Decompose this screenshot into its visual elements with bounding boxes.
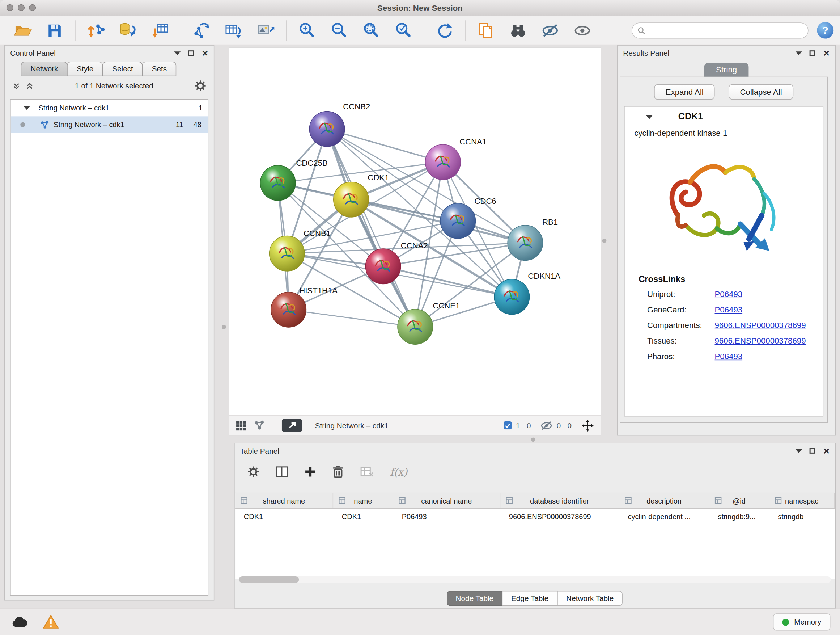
network-edge[interactable]: [327, 129, 443, 162]
open-session-button[interactable]: [11, 19, 34, 42]
cell-database-identifier[interactable]: 9606.ENSP00000378699: [500, 509, 619, 524]
network-node-ccnb1[interactable]: [270, 236, 305, 271]
column-header-shared-name[interactable]: shared name: [235, 493, 333, 508]
zoom-window-button[interactable]: [29, 4, 36, 11]
network-glyph-icon[interactable]: [254, 420, 265, 431]
first-neighbors-button[interactable]: [507, 19, 529, 42]
memory-button[interactable]: Memory: [774, 613, 831, 630]
network-edge[interactable]: [327, 129, 415, 326]
network-edge[interactable]: [383, 266, 512, 297]
cell-canonical-name[interactable]: P06493: [393, 509, 500, 524]
float-panel-icon[interactable]: [810, 448, 815, 454]
column-header-namespace[interactable]: namespac: [769, 493, 835, 508]
horizontal-scrollbar[interactable]: [239, 576, 831, 583]
left-splitter-handle[interactable]: [222, 325, 226, 329]
close-panel-icon[interactable]: ✕: [823, 447, 830, 455]
tab-string[interactable]: String: [704, 63, 749, 77]
column-header-canonical-name[interactable]: canonical name: [393, 493, 500, 508]
panel-menu-icon[interactable]: [796, 51, 802, 55]
zoom-in-button[interactable]: [295, 19, 318, 42]
export-image-button[interactable]: [254, 19, 277, 42]
network-graph[interactable]: CCNB2CCNA1CDC25BCDK1CDC6RB1CCNB1CCNA2CDK…: [229, 48, 600, 415]
close-panel-icon[interactable]: ✕: [823, 49, 830, 57]
new-network-table-button[interactable]: [223, 19, 245, 42]
pan-move-icon[interactable]: [581, 419, 594, 432]
network-edge[interactable]: [289, 310, 415, 326]
detach-view-button[interactable]: [282, 419, 302, 432]
network-row[interactable]: String Network – cdk1 11 48: [11, 116, 208, 133]
crosslink-link[interactable]: 9606.ENSP00000378699: [715, 336, 806, 345]
network-node-cdc6[interactable]: [440, 203, 475, 238]
warnings-button[interactable]: [41, 613, 61, 631]
bottom-splitter-handle[interactable]: [531, 437, 535, 442]
column-header-description[interactable]: description: [619, 493, 709, 508]
tree-expand-icon[interactable]: [24, 106, 30, 110]
network-node-hist1h1a[interactable]: [271, 292, 306, 327]
cell-namespace[interactable]: stringdb: [769, 509, 835, 524]
right-splitter-handle[interactable]: [602, 239, 607, 243]
tab-network-table[interactable]: Network Table: [557, 591, 622, 606]
gear-icon[interactable]: [195, 80, 207, 92]
documents-button[interactable]: [475, 19, 497, 42]
zoom-selected-button[interactable]: [392, 19, 415, 42]
delete-column-icon[interactable]: [332, 465, 344, 478]
collapse-all-button[interactable]: Collapse All: [729, 84, 793, 100]
new-network-button[interactable]: [190, 19, 213, 42]
import-network-database-button[interactable]: [117, 19, 139, 42]
zoom-fit-button[interactable]: [360, 19, 382, 42]
column-header-database-identifier[interactable]: database identifier: [500, 493, 619, 508]
tab-node-table[interactable]: Node Table: [447, 591, 502, 606]
cloud-status-button[interactable]: [10, 613, 30, 631]
expand-all-button[interactable]: Expand All: [654, 84, 715, 100]
tab-style[interactable]: Style: [67, 62, 103, 76]
close-window-button[interactable]: [6, 4, 13, 11]
collapse-all-icon[interactable]: [12, 82, 20, 90]
show-all-button[interactable]: [571, 19, 594, 42]
scrollbar-thumb[interactable]: [239, 576, 299, 583]
tab-select[interactable]: Select: [103, 62, 143, 76]
gene-card-header[interactable]: CDK1: [625, 107, 823, 127]
cell-description[interactable]: cyclin-dependent ...: [619, 509, 709, 524]
hidden-eye-icon[interactable]: [540, 421, 553, 431]
birds-eye-view-icon[interactable]: [236, 420, 247, 431]
collapse-section-icon[interactable]: [646, 115, 653, 119]
float-panel-icon[interactable]: [810, 50, 815, 56]
column-header-name[interactable]: name: [333, 493, 393, 508]
panel-menu-icon[interactable]: [796, 449, 802, 453]
add-column-icon[interactable]: [304, 466, 316, 478]
help-button[interactable]: ?: [817, 22, 834, 39]
selected-checkbox-icon[interactable]: [504, 421, 512, 429]
import-network-file-button[interactable]: [85, 19, 107, 42]
crosslink-link[interactable]: P06493: [715, 305, 743, 314]
gear-icon[interactable]: [248, 466, 259, 478]
minimize-window-button[interactable]: [18, 4, 25, 11]
network-node-cdk1[interactable]: [333, 182, 369, 217]
cell-id[interactable]: stringdb:9...: [709, 509, 769, 524]
network-collection-row[interactable]: String Network – cdk1 1: [11, 100, 208, 116]
crosslink-link[interactable]: 9606.ENSP00000378699: [715, 321, 806, 330]
import-table-button[interactable]: [149, 19, 172, 42]
network-node-cdkn1a[interactable]: [494, 279, 529, 314]
search-input[interactable]: [632, 22, 808, 38]
network-node-ccna2[interactable]: [365, 249, 401, 284]
tab-network[interactable]: Network: [21, 62, 68, 76]
table-row[interactable]: CDK1 CDK1 P06493 9606.ENSP00000378699 cy…: [235, 509, 835, 524]
network-node-ccna1[interactable]: [425, 144, 461, 180]
save-session-button[interactable]: [43, 19, 66, 42]
show-columns-icon[interactable]: [275, 466, 288, 478]
network-view[interactable]: CCNB2CCNA1CDC25BCDK1CDC6RB1CCNB1CCNA2CDK…: [229, 47, 601, 415]
hide-selected-button[interactable]: [539, 19, 561, 42]
apply-layout-button[interactable]: [433, 19, 456, 42]
network-node-ccne1[interactable]: [398, 309, 433, 344]
float-panel-icon[interactable]: [188, 50, 194, 56]
crosslink-link[interactable]: P06493: [715, 290, 743, 299]
cell-name[interactable]: CDK1: [333, 509, 393, 524]
network-node-cdc25b[interactable]: [260, 165, 295, 201]
network-node-ccnb2[interactable]: [309, 111, 344, 147]
tab-sets[interactable]: Sets: [142, 62, 177, 76]
search-text-field[interactable]: [648, 25, 802, 35]
column-header-id[interactable]: @id: [709, 493, 769, 508]
tab-edge-table[interactable]: Edge Table: [502, 591, 558, 606]
close-panel-icon[interactable]: ✕: [202, 49, 208, 57]
panel-menu-icon[interactable]: [174, 51, 181, 55]
